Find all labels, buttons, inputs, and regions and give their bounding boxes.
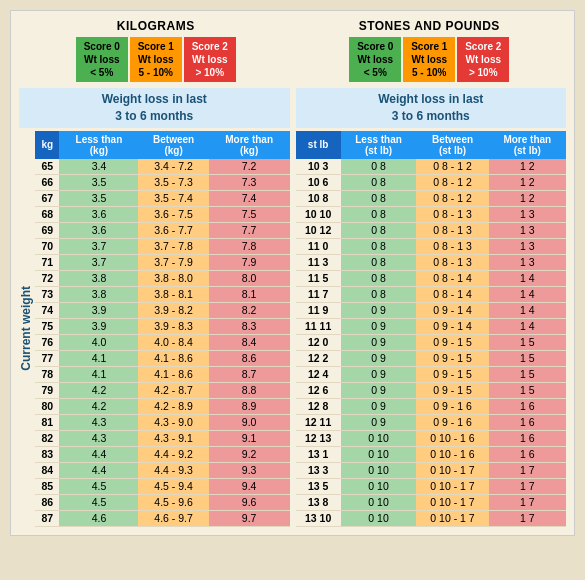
- kg-col-more: More than(kg): [209, 131, 290, 159]
- sp-cell-more: 1 3: [489, 206, 566, 222]
- kg-cell-more: 7.2: [209, 159, 290, 175]
- sp-table-row: 10 6 0 8 0 8 - 1 2 1 2: [296, 174, 567, 190]
- kg-table-row: 76 4.0 4.0 - 8.4 8.4: [35, 334, 290, 350]
- kg-cell-kg: 65: [35, 159, 59, 175]
- sp-table-row: 12 4 0 9 0 9 - 1 5 1 5: [296, 366, 567, 382]
- kg-cell-kg: 74: [35, 302, 59, 318]
- sp-table-row: 10 8 0 8 0 8 - 1 2 1 2: [296, 190, 567, 206]
- kg-table-row: 86 4.5 4.5 - 9.6 9.6: [35, 494, 290, 510]
- sp-cell-stlb: 13 5: [296, 478, 341, 494]
- kg-score2-sub: Wt loss> 10%: [190, 53, 230, 79]
- sp-cell-stlb: 12 4: [296, 366, 341, 382]
- sp-cell-more: 1 6: [489, 446, 566, 462]
- kg-cell-kg: 79: [35, 382, 59, 398]
- sp-score1-sub: Wt loss5 - 10%: [409, 53, 449, 79]
- kg-cell-between: 4.2 - 8.7: [138, 382, 208, 398]
- sp-cell-more: 1 7: [489, 494, 566, 510]
- sp-cell-stlb: 10 3: [296, 159, 341, 175]
- sp-table-row: 12 11 0 9 0 9 - 1 6 1 6: [296, 414, 567, 430]
- sp-cell-between: 0 9 - 1 5: [416, 350, 488, 366]
- kg-cell-kg: 66: [35, 174, 59, 190]
- sp-cell-between: 0 9 - 1 4: [416, 302, 488, 318]
- sp-cell-between: 0 9 - 1 5: [416, 366, 488, 382]
- sp-table-row: 13 10 0 10 0 10 - 1 7 1 7: [296, 510, 567, 526]
- kg-cell-between: 4.5 - 9.6: [138, 494, 208, 510]
- kg-cell-kg: 68: [35, 206, 59, 222]
- kg-cell-less: 3.7: [59, 254, 138, 270]
- kg-cell-less: 4.5: [59, 494, 138, 510]
- sp-table-row: 10 3 0 8 0 8 - 1 2 1 2: [296, 159, 567, 175]
- kg-table-section: Weight loss in last3 to 6 months Current…: [19, 88, 290, 527]
- kg-score1: Score 1 Wt loss5 - 10%: [130, 37, 182, 82]
- sp-cell-between: 0 10 - 1 7: [416, 478, 488, 494]
- kg-cell-more: 8.9: [209, 398, 290, 414]
- kg-cell-between: 3.9 - 8.2: [138, 302, 208, 318]
- kg-table-title: Weight loss in last3 to 6 months: [19, 88, 290, 128]
- sp-cell-stlb: 12 8: [296, 398, 341, 414]
- sp-cell-between: 0 8 - 1 3: [416, 238, 488, 254]
- sp-cell-between: 0 9 - 1 4: [416, 318, 488, 334]
- kg-cell-between: 3.4 - 7.2: [138, 159, 208, 175]
- sp-score2-sub: Wt loss> 10%: [463, 53, 503, 79]
- sp-table-header-row: st lb Less than(st lb) Between(st lb) Mo…: [296, 131, 567, 159]
- kg-cell-more: 8.2: [209, 302, 290, 318]
- kg-header: KILOGRAMS: [76, 19, 236, 33]
- kg-cell-more: 8.3: [209, 318, 290, 334]
- sp-cell-more: 1 3: [489, 238, 566, 254]
- kg-table-row: 84 4.4 4.4 - 9.3 9.3: [35, 462, 290, 478]
- kg-cell-between: 3.6 - 7.7: [138, 222, 208, 238]
- sp-cell-more: 1 5: [489, 350, 566, 366]
- kg-cell-less: 3.9: [59, 318, 138, 334]
- kg-cell-more: 9.1: [209, 430, 290, 446]
- kg-vertical-label: Current weight: [19, 282, 33, 375]
- sp-cell-more: 1 7: [489, 462, 566, 478]
- kg-score1-sub: Wt loss5 - 10%: [136, 53, 176, 79]
- kg-cell-more: 7.4: [209, 190, 290, 206]
- sp-cell-less: 0 10: [341, 510, 417, 526]
- sp-cell-more: 1 2: [489, 159, 566, 175]
- sp-cell-between: 0 8 - 1 4: [416, 286, 488, 302]
- sp-cell-between: 0 8 - 1 3: [416, 222, 488, 238]
- kg-table-row: 82 4.3 4.3 - 9.1 9.1: [35, 430, 290, 446]
- kg-col-kg: kg: [35, 131, 59, 159]
- kg-cell-less: 3.6: [59, 222, 138, 238]
- sp-table-section: Weight loss in last3 to 6 months st lb L…: [296, 88, 567, 527]
- kg-cell-more: 7.9: [209, 254, 290, 270]
- kg-table-row: 65 3.4 3.4 - 7.2 7.2: [35, 159, 290, 175]
- sp-cell-less: 0 9: [341, 318, 417, 334]
- sp-cell-stlb: 10 12: [296, 222, 341, 238]
- sp-cell-between: 0 10 - 1 6: [416, 446, 488, 462]
- sp-cell-more: 1 6: [489, 430, 566, 446]
- kg-cell-more: 8.1: [209, 286, 290, 302]
- sp-score1: Score 1 Wt loss5 - 10%: [403, 37, 455, 82]
- sp-cell-less: 0 8: [341, 190, 417, 206]
- kg-table-header-row: kg Less than(kg) Between(kg) More than(k…: [35, 131, 290, 159]
- kg-table-row: 85 4.5 4.5 - 9.4 9.4: [35, 478, 290, 494]
- kg-cell-more: 8.4: [209, 334, 290, 350]
- sp-table-with-label: st lb Less than(st lb) Between(st lb) Mo…: [296, 131, 567, 527]
- sp-cell-stlb: 11 7: [296, 286, 341, 302]
- kg-cell-between: 4.6 - 9.7: [138, 510, 208, 526]
- kg-table-row: 80 4.2 4.2 - 8.9 8.9: [35, 398, 290, 414]
- kg-cell-more: 9.4: [209, 478, 290, 494]
- sp-table-row: 12 8 0 9 0 9 - 1 6 1 6: [296, 398, 567, 414]
- sp-cell-less: 0 8: [341, 270, 417, 286]
- sp-cell-more: 1 2: [489, 190, 566, 206]
- legend-row: KILOGRAMS Score 0 Wt loss< 5% Score 1 Wt…: [19, 19, 566, 82]
- kg-cell-more: 8.8: [209, 382, 290, 398]
- kg-cell-less: 4.2: [59, 382, 138, 398]
- kg-cell-less: 4.1: [59, 350, 138, 366]
- sp-cell-between: 0 8 - 1 4: [416, 270, 488, 286]
- sp-cell-less: 0 9: [341, 366, 417, 382]
- sp-cell-less: 0 8: [341, 159, 417, 175]
- kg-table-with-label: Current weight kg Less than(kg) Between(…: [19, 131, 290, 527]
- kg-cell-kg: 82: [35, 430, 59, 446]
- sp-col-between: Between(st lb): [416, 131, 488, 159]
- kg-cell-less: 4.6: [59, 510, 138, 526]
- kg-cell-between: 3.6 - 7.5: [138, 206, 208, 222]
- kg-cell-kg: 75: [35, 318, 59, 334]
- sp-cell-less: 0 9: [341, 334, 417, 350]
- kg-cell-between: 4.0 - 8.4: [138, 334, 208, 350]
- sp-cell-between: 0 9 - 1 5: [416, 334, 488, 350]
- sp-cell-less: 0 9: [341, 350, 417, 366]
